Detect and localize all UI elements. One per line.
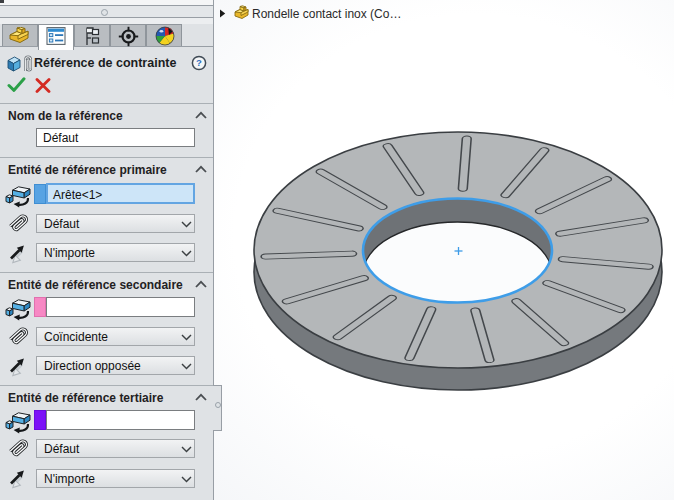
svg-text:?: ?: [196, 57, 202, 68]
